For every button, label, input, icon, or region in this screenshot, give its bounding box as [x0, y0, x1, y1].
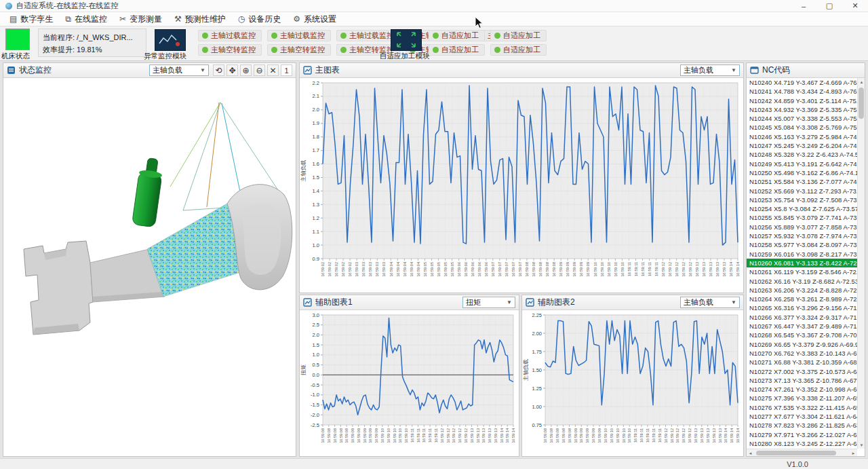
close-button[interactable]: ✕	[842, 0, 868, 12]
adaptive-module-icon	[391, 29, 422, 51]
nc-line[interactable]: N10272 X7.002 Y-3.375 Z-10.573 A-68.05	[747, 367, 857, 376]
svg-text:16:59:04: 16:59:04	[416, 262, 420, 277]
machine-3d-view[interactable]	[3, 78, 296, 456]
svg-text:16:59:09: 16:59:09	[574, 428, 578, 443]
nc-line[interactable]: N10264 X6.258 Y-3.261 Z-8.989 A-72.072	[747, 295, 857, 303]
nc-line[interactable]: N10266 X6.377 Y-3.324 Z-9.317 A-71.443	[747, 313, 857, 322]
menu-item-deform-measure[interactable]: ✂变形测量	[115, 12, 170, 26]
nc-line[interactable]: N10271 X6.88 Y-3.381 Z-10.359 A-68.711	[747, 358, 857, 367]
nc-line[interactable]: N10279 X7.971 Y-3.266 Z-12.027 A-62.98	[747, 430, 857, 439]
nc-line[interactable]: N10259 X6.016 Y-3.098 Z-8.217 A-73.036	[747, 250, 857, 259]
svg-text:16:59:11: 16:59:11	[627, 262, 631, 276]
nc-line[interactable]: N10274 X7.261 Y-3.352 Z-10.998 A-66.67	[747, 385, 857, 394]
svg-text:16:59:13: 16:59:13	[470, 428, 474, 443]
svg-text:16:59:14: 16:59:14	[500, 428, 504, 443]
nc-line[interactable]: N10278 X7.823 Y-3.286 Z-11.825 A-63.73	[747, 421, 857, 430]
nc-horizontal-scrollbar[interactable]: ◄ ►	[747, 449, 857, 456]
nc-line[interactable]: N10241 X4.788 Y-3.434 Z-4.893 A-76.062	[747, 87, 857, 96]
machine-status-indicator	[5, 29, 30, 50]
svg-text:16:59:13: 16:59:13	[712, 428, 716, 443]
nc-line[interactable]: N10252 X5.669 Y-3.112 Z-7.293 A-73.844	[747, 187, 857, 195]
svg-text:16:59:12: 16:59:12	[670, 428, 674, 443]
aux-chart2[interactable]: 0.751.001.251.501.752.002.2516:59:0816:5…	[522, 310, 743, 456]
scrollbar-thumb[interactable]	[756, 451, 836, 455]
fit-view-icon[interactable]: ✕	[267, 64, 279, 76]
nc-line[interactable]: N10268 X6.545 Y-3.367 Z-9.708 A-70.519	[747, 331, 857, 339]
status-monitor-title: 状态监控	[19, 64, 52, 76]
menu-item-online-monitor[interactable]: ⧉在线监控	[61, 12, 115, 26]
digital-twin-icon: ▤	[9, 14, 17, 24]
chart-icon	[303, 66, 312, 75]
nc-vertical-scrollbar[interactable]: ▲ ▼	[857, 78, 865, 449]
zoom-in-icon[interactable]: ⊕	[240, 64, 252, 76]
nc-line[interactable]: N10240 X4.719 Y-3.467 Z-4.669 A-76.396	[747, 78, 857, 87]
green-dot-icon	[433, 47, 439, 53]
nc-line[interactable]: N10261 X6.119 Y-3.159 Z-8.546 A-72.701	[747, 267, 857, 276]
nc-line[interactable]: N10254 X5.8 Y-3.084 Z-7.625 A-73.571 C	[747, 204, 857, 213]
nc-line[interactable]: N10243 X4.932 Y-3.369 Z-5.335 A-75.523	[747, 105, 857, 114]
nc-line[interactable]: N10245 X5.084 Y-3.308 Z-5.769 A-75.088	[747, 123, 857, 132]
scroll-up-icon[interactable]: ▲	[858, 78, 865, 86]
scroll-left-icon[interactable]: ◄	[747, 449, 754, 456]
nc-line[interactable]: N10257 X5.932 Y-3.078 Z-7.974 A-73.243	[747, 231, 857, 240]
svg-text:16:59:12: 16:59:12	[458, 428, 462, 443]
aux-chart1-title: 辅助图表1	[315, 297, 353, 308]
scroll-down-icon[interactable]: ▼	[858, 441, 865, 449]
nc-line[interactable]: N10244 X5.007 Y-3.338 Z-5.553 A-75.297	[747, 114, 857, 123]
svg-text:1.5: 1.5	[313, 342, 319, 348]
nc-line[interactable]: N10262 X6.16 Y-3.19 Z-8.682 A-72.534 C	[747, 277, 857, 286]
nc-line[interactable]: N10265 X6.316 Y-3.296 Z-9.156 A-71.771	[747, 303, 857, 312]
nc-code-list: N10240 X4.719 Y-3.467 Z-4.669 A-76.396N1…	[747, 78, 857, 449]
zoom-out-icon[interactable]: ⊖	[254, 64, 265, 76]
svg-text:16:59:09: 16:59:09	[586, 262, 590, 277]
green-dot-icon	[202, 47, 208, 53]
nc-line[interactable]: N10251 X5.584 Y-3.136 Z-7.077 A-74.012	[747, 177, 857, 186]
menu-item-predictive-maintenance[interactable]: ⚒预测性维护	[170, 12, 234, 26]
nc-line[interactable]: N10256 X5.889 Y-3.077 Z-7.858 A-73.348	[747, 223, 857, 231]
aux-chart1[interactable]: -2.5-2.0-1.5-1.0-0.50.00.51.01.52.02.53.…	[300, 310, 519, 456]
version-label: V1.0.0	[787, 460, 808, 468]
nc-line[interactable]: N10250 X5.498 Y-3.162 Z-6.86 A-74.178 C	[747, 168, 857, 177]
nc-line[interactable]: N10248 X5.328 Y-3.22 Z-6.423 A-74.52 C	[747, 150, 857, 159]
pan-icon[interactable]: ✥	[226, 64, 238, 76]
nc-line[interactable]: N10258 X5.977 Y-3.084 Z-8.097 A-73.138	[747, 240, 857, 249]
maximize-button[interactable]: ▢	[816, 0, 842, 12]
svg-text:16:59:10: 16:59:10	[387, 428, 391, 443]
menu-item-system-settings[interactable]: ⚙系统设置	[289, 12, 344, 26]
svg-text:3.0: 3.0	[313, 312, 319, 318]
nc-line[interactable]: N10247 X5.245 Y-3.249 Z-6.204 A-74.701	[747, 141, 857, 150]
svg-text:16:59:10: 16:59:10	[600, 262, 604, 277]
nc-line[interactable]: N10263 X6.206 Y-3.224 Z-8.828 A-72.33 C	[747, 286, 857, 295]
badge-label: 自适应加工	[441, 45, 479, 55]
nc-line[interactable]: N10249 X5.413 Y-3.191 Z-6.642 A-74.346	[747, 160, 857, 168]
view-signal-dropdown[interactable]: 主轴负载▼	[149, 64, 209, 76]
rotate-icon[interactable]: ⟲	[213, 64, 224, 76]
nc-line[interactable]: N10270 X6.762 Y-3.383 Z-10.143 A-69.34	[747, 349, 857, 358]
svg-text:16:59:12: 16:59:12	[668, 262, 672, 277]
minimize-button[interactable]: –	[791, 0, 816, 12]
nc-line[interactable]: N10269 X6.65 Y-3.379 Z-9.926 A-69.947 C	[747, 340, 857, 349]
nc-line[interactable]: N10273 X7.13 Y-3.365 Z-10.786 A-67.372	[747, 376, 857, 385]
aux-chart1-signal-dropdown[interactable]: 扭矩▼	[462, 297, 515, 308]
svg-text:16:59:02: 16:59:02	[321, 262, 325, 277]
main-chart-title: 主图表	[315, 64, 340, 76]
nc-line[interactable]: N10242 X4.859 Y-3.401 Z-5.114 A-75.775	[747, 96, 857, 105]
svg-text:16:59:11: 16:59:11	[646, 428, 650, 443]
aux-chart2-signal-dropdown[interactable]: 主轴负载▼	[680, 297, 740, 308]
nc-line[interactable]: N10275 X7.396 Y-3.338 Z-11.207 A-65.95	[747, 394, 857, 402]
scroll-right-icon[interactable]: ►	[850, 449, 857, 456]
nc-line[interactable]: N10267 X6.447 Y-3.347 Z-9.489 A-71.055	[747, 322, 857, 331]
scrollbar-thumb[interactable]	[859, 88, 864, 119]
nc-line[interactable]: N10246 X5.163 Y-3.279 Z-5.984 A-74.892	[747, 132, 857, 141]
nc-line[interactable]: N10253 X5.754 Y-3.092 Z-7.508 A-73.677	[747, 195, 857, 204]
menu-item-device-history[interactable]: ◷设备历史	[234, 12, 289, 26]
main-chart-signal-dropdown[interactable]: 主轴负载▼	[680, 64, 740, 76]
nc-line-selected[interactable]: N10260 X6.081 Y-3.133 Z-8.422 A-72.835	[747, 259, 857, 267]
nc-line[interactable]: N10255 X5.845 Y-3.079 Z-7.741 A-73.458	[747, 213, 857, 222]
nc-line[interactable]: N10276 X7.535 Y-3.322 Z-11.415 A-65.22	[747, 403, 857, 412]
svg-text:16:59:04: 16:59:04	[396, 262, 400, 277]
main-chart[interactable]: 0.91.01.11.21.31.41.51.61.71.81.92.02.12…	[300, 78, 743, 293]
nc-line[interactable]: N10277 X7.677 Y-3.304 Z-11.621 A-64.48	[747, 412, 857, 421]
menu-item-digital-twin[interactable]: ▤数字孪生	[5, 12, 61, 26]
nc-line[interactable]: N10280 X8.123 Y-3.245 Z-12.227 A-62.23	[747, 439, 857, 448]
